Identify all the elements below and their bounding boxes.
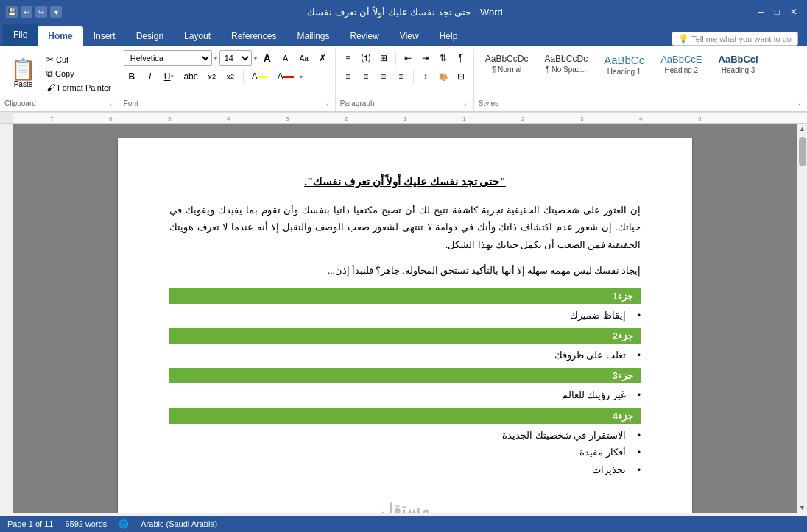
text-highlight-button[interactable]: A [248,68,272,85]
italic-button[interactable]: I [142,68,158,85]
clipboard-expand-icon[interactable]: ⌐ [110,100,113,107]
style-h1-label: Heading 1 [607,68,641,76]
scroll-up-arrow[interactable]: ▲ [797,124,808,134]
bullet-item-3: غير رؤيتك للعالم [169,386,641,403]
show-formatting-button[interactable]: ¶ [453,50,469,66]
window-action-buttons: ─ □ ✕ [742,5,801,18]
clipboard-mini-buttons: ✂ Cut ⧉ Copy 🖌 Format Painter [43,50,114,98]
subscript-button[interactable]: x2 [204,68,220,85]
style-normal-label: ¶ Normal [492,65,521,74]
style-normal[interactable]: AaBbCcDc ¶ Normal [479,50,535,77]
align-right-button[interactable]: ≡ [376,68,392,85]
font-row-1: Helvetica ▾ 14 ▾ A A Aa ✗ [124,50,331,66]
paragraph-2: إيجاد نفسك ليس مهمة سهلة إلا أنها بالتأك… [169,262,641,279]
shrink-font-button[interactable]: A [278,50,294,66]
tab-review[interactable]: Review [339,26,389,46]
copy-label: Copy [55,69,74,78]
lightbulb-icon: 💡 [678,34,688,43]
bullet-item-4c: تحذيرات [169,461,641,478]
tab-references[interactable]: References [221,26,286,46]
underline-button[interactable]: U ▾ [161,68,178,85]
scroll-down-arrow[interactable]: ▼ [797,503,808,513]
style-heading3[interactable]: AaBbCcI Heading 3 [712,50,765,78]
styles-group-label: Styles [479,98,498,110]
status-page: Page 1 of 11 [7,519,53,528]
cut-label: Cut [56,55,68,64]
section-bar-2: جزء2 [169,328,641,344]
font-divider [243,70,244,83]
tab-mailings[interactable]: Mailings [286,26,339,46]
bold-button[interactable]: B [124,68,140,85]
multilevel-list-button[interactable]: ⊞ [376,50,392,66]
grow-font-button[interactable]: A [259,50,275,66]
minimize-btn[interactable]: ─ [754,5,768,18]
copy-icon: ⧉ [46,68,53,79]
strikethrough-button[interactable]: abc [180,68,201,85]
font-name-selector[interactable]: Helvetica [124,50,212,66]
format-painter-button[interactable]: 🖌 Format Painter [43,81,114,94]
paragraph-row-1: ≡ ⑴ ⊞ ⇤ ⇥ ⇅ ¶ [340,50,469,66]
style-nospace-preview: AaBbCcDc [544,54,588,64]
line-spacing-button[interactable]: ↕ [417,68,434,85]
scroll-thumb[interactable] [799,137,806,166]
paragraph-row-2: ≡ ≡ ≡ ≡ ↕ 🎨 ⊟ [340,68,469,85]
window-controls: 💾 ↩ ↪ ▾ [6,6,62,18]
case-button[interactable]: Aa [296,50,312,66]
font-color-arrow: ▾ [300,74,303,80]
style-no-spacing[interactable]: AaBbCcDc ¶ No Spac... [538,50,594,77]
status-words: 6592 words [65,519,107,528]
font-color-button[interactable]: A [274,68,297,85]
style-heading1[interactable]: AaBbCc Heading 1 [597,50,651,79]
ruler-area: 7 6 5 4 3 2 1 1 2 3 4 5 [0,112,807,124]
align-left-button[interactable]: ≡ [340,68,356,85]
svg-text:4: 4 [227,116,230,122]
tab-file[interactable]: File [3,24,38,46]
styles-expand-icon[interactable]: ⌐ [799,100,803,107]
bullets-button[interactable]: ≡ [340,50,356,66]
tab-home[interactable]: Home [38,26,82,46]
tell-me-box[interactable]: 💡 Tell me what you want to do [672,32,798,46]
para-divider2 [413,70,414,83]
close-btn[interactable]: ✕ [786,5,801,18]
superscript-button[interactable]: x2 [222,68,239,85]
paste-button[interactable]: 📋 Paste [4,50,42,98]
ruler-corner [0,112,13,124]
save-btn-titlebar[interactable]: 💾 [6,6,18,18]
clipboard-group-label: Clipboard [4,98,36,110]
tab-layout[interactable]: Layout [174,26,221,46]
cut-button[interactable]: ✂ Cut [43,53,114,66]
status-language: Arabic (Saudi Arabia) [141,519,217,528]
redo-btn-titlebar[interactable]: ↪ [35,6,47,18]
tab-help[interactable]: Help [429,26,468,46]
numbering-button[interactable]: ⑴ [358,50,374,66]
increase-indent-button[interactable]: ⇥ [417,50,434,66]
justify-button[interactable]: ≡ [393,68,409,85]
borders-button[interactable]: ⊟ [453,68,469,85]
copy-button[interactable]: ⧉ Copy [43,67,114,80]
font-size-selector[interactable]: 14 [219,50,252,66]
style-h2-label: Heading 2 [665,66,699,74]
bullet-item-1: إيقاظ ضميرك [169,307,641,324]
page-container: "حتى تجد نفسك عليك أولاً أن تعرف نفسك". … [13,124,797,513]
ribbon-group-paragraph: ≡ ⑴ ⊞ ⇤ ⇥ ⇅ ¶ ≡ ≡ ≡ ≡ ↕ 🎨 ⊟ Paragraph [336,49,474,111]
tab-design[interactable]: Design [126,26,174,46]
format-painter-icon: 🖌 [46,82,55,93]
font-dropdown-arrow: ▾ [214,55,217,62]
decrease-indent-button[interactable]: ⇤ [400,50,416,66]
undo-btn-titlebar[interactable]: ↩ [21,6,32,18]
tab-insert[interactable]: Insert [83,26,126,46]
ribbon-content: 📋 Paste ✂ Cut ⧉ Copy 🖌 Format Painter C [0,46,807,112]
shading-button[interactable]: 🎨 [435,68,451,85]
document-scroll-area[interactable]: "حتى تجد نفسك عليك أولاً أن تعرف نفسك". … [13,124,797,513]
paragraph-expand-icon[interactable]: ⌐ [465,100,468,107]
clear-format-button[interactable]: ✗ [314,50,331,66]
font-expand-icon[interactable]: ⌐ [326,100,330,107]
align-center-button[interactable]: ≡ [358,68,374,85]
sort-button[interactable]: ⇅ [435,50,451,66]
title-bar: 💾 ↩ ↪ ▾ حتى تجد نفسك عليك أولاً أن تعرف … [0,0,807,24]
size-dropdown-arrow: ▾ [254,55,257,62]
maximize-btn[interactable]: □ [771,5,783,18]
tab-view[interactable]: View [390,26,429,46]
more-btn-titlebar[interactable]: ▾ [50,6,62,18]
style-heading2[interactable]: AaBbCcE Heading 2 [654,50,708,78]
